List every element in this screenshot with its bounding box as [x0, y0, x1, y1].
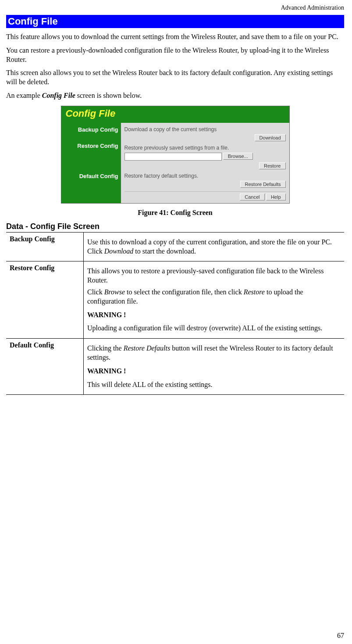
table-row: Restore Config This allows you to restor… — [6, 261, 344, 339]
row3-warning: WARNING ! — [87, 367, 341, 376]
sidebar-restore-config: Restore Config — [63, 143, 118, 149]
row2-warning: WARNING ! — [87, 311, 341, 320]
page-number: 67 — [337, 632, 344, 640]
intro-text: This feature allows you to download the … — [6, 32, 344, 100]
intro-p2: You can restore a previously-downloaded … — [6, 46, 344, 64]
intro-p4-emph: Config File — [42, 92, 75, 99]
restore-text: Restore previously saved settings from a… — [124, 145, 286, 151]
row-label-restore: Restore Config — [6, 261, 84, 339]
row3-p2: This will delete ALL of the existing set… — [87, 380, 341, 390]
data-table: Backup Config Use this to download a cop… — [6, 232, 344, 395]
table-row: Default Config Clicking the Restore Defa… — [6, 339, 344, 395]
download-button[interactable]: Download — [255, 134, 286, 141]
row3-p1: Clicking the Restore Defaults button wil… — [87, 344, 341, 362]
intro-p1: This feature allows you to download the … — [6, 32, 344, 42]
help-button[interactable]: Help — [266, 193, 286, 200]
screenshot-main: Download a copy of the current settings … — [121, 123, 289, 203]
row-label-default: Default Config — [6, 339, 84, 395]
table-row: Backup Config Use this to download a cop… — [6, 232, 344, 261]
intro-p4-suffix: screen is shown below. — [75, 92, 142, 99]
section-title: Config File — [6, 15, 344, 28]
file-path-input[interactable] — [124, 153, 222, 161]
row2-p3: Uploading a configuration file will dest… — [87, 324, 341, 333]
row2-p1: This allows you to restore a previously-… — [87, 267, 341, 285]
cancel-button[interactable]: Cancel — [240, 193, 264, 200]
screenshot-sidebar: Backup Config Restore Config Default Con… — [61, 123, 121, 203]
page-header-right: Advanced Administration — [6, 4, 344, 11]
default-text: Restore factory default settings. — [124, 173, 286, 179]
restore-button[interactable]: Restore — [259, 162, 286, 169]
restore-defaults-button[interactable]: Restore Defaults — [240, 181, 286, 188]
sidebar-default-config: Default Config — [63, 173, 118, 179]
backup-text: Download a copy of the current settings — [124, 126, 286, 132]
sidebar-backup-config: Backup Config — [63, 126, 118, 133]
browse-button[interactable]: Browse... — [223, 153, 253, 160]
config-screenshot: Config File Backup Config Restore Config… — [61, 106, 290, 204]
intro-p4-prefix: An example — [6, 92, 42, 99]
figure-caption: Figure 41: Config Screen — [6, 209, 344, 217]
row2-p2: Click Browse to select the configuration… — [87, 288, 341, 306]
intro-p4: An example Config File screen is shown b… — [6, 91, 344, 100]
data-subheading: Data - Config File Screen — [6, 222, 344, 231]
row1-text: Use this to download a copy of the curre… — [87, 238, 341, 256]
intro-p3: This screen also allows you to set the W… — [6, 68, 344, 87]
screenshot-title: Config File — [61, 106, 289, 123]
row-label-backup: Backup Config — [6, 232, 84, 261]
